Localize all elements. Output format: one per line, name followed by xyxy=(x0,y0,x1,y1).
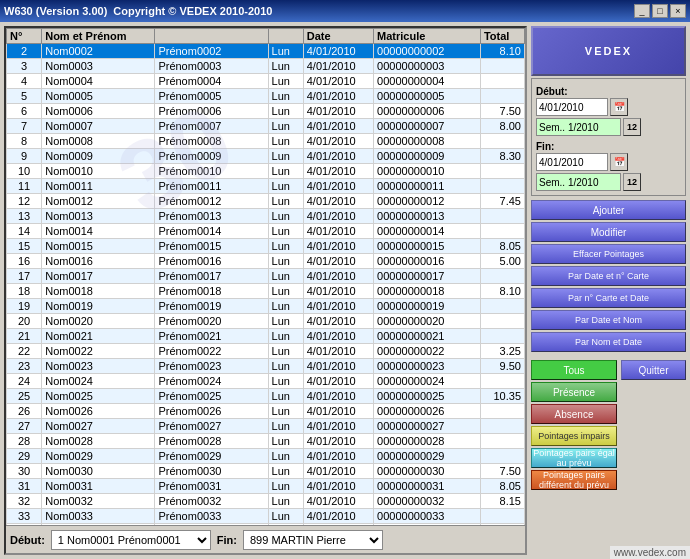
cell-prenom: Prénom0009 xyxy=(155,149,268,164)
table-row[interactable]: 26 Nom0026 Prénom0026 Lun 4/01/2010 0000… xyxy=(7,404,525,419)
cell-num: 4 xyxy=(7,74,42,89)
vedex-logo: VEDEX xyxy=(531,26,686,76)
cell-date: 4/01/2010 xyxy=(303,134,373,149)
close-button[interactable]: × xyxy=(670,4,686,18)
cell-total: 3.25 xyxy=(480,344,524,359)
cell-num: 29 xyxy=(7,449,42,464)
cell-total xyxy=(480,434,524,449)
debut-date-input[interactable] xyxy=(536,98,608,116)
table-row[interactable]: 10 Nom0010 Prénom0010 Lun 4/01/2010 0000… xyxy=(7,164,525,179)
maximize-button[interactable]: □ xyxy=(652,4,668,18)
table-row[interactable]: 22 Nom0022 Prénom0022 Lun 4/01/2010 0000… xyxy=(7,344,525,359)
table-row[interactable]: 16 Nom0016 Prénom0016 Lun 4/01/2010 0000… xyxy=(7,254,525,269)
debut-calendar-button[interactable]: 📅 xyxy=(610,98,628,116)
bottom-debut-select[interactable]: 1 Nom0001 Prénom0001 xyxy=(51,530,211,550)
cell-nom: Nom0024 xyxy=(42,374,155,389)
fin-sem-input[interactable] xyxy=(536,173,621,191)
table-row[interactable]: 4 Nom0004 Prénom0004 Lun 4/01/2010 00000… xyxy=(7,74,525,89)
cell-day: Lun xyxy=(268,239,303,254)
cell-mat: 00000000023 xyxy=(374,359,481,374)
table-row[interactable]: 15 Nom0015 Prénom0015 Lun 4/01/2010 0000… xyxy=(7,239,525,254)
pointages-impairs-button[interactable]: Pointages impairs xyxy=(531,426,617,446)
par-date-nom-button[interactable]: Par Date et Nom xyxy=(531,310,686,330)
table-row[interactable]: 30 Nom0030 Prénom0030 Lun 4/01/2010 0000… xyxy=(7,464,525,479)
cell-num: 27 xyxy=(7,419,42,434)
table-row[interactable]: 21 Nom0021 Prénom0021 Lun 4/01/2010 0000… xyxy=(7,329,525,344)
table-row[interactable]: 18 Nom0018 Prénom0018 Lun 4/01/2010 0000… xyxy=(7,284,525,299)
quitter-button[interactable]: Quitter xyxy=(621,360,686,380)
debut-sem-button[interactable]: 12 xyxy=(623,118,641,136)
cell-prenom: Prénom0024 xyxy=(155,374,268,389)
table-row[interactable]: 5 Nom0005 Prénom0005 Lun 4/01/2010 00000… xyxy=(7,89,525,104)
fin-sem-button[interactable]: 12 xyxy=(623,173,641,191)
cell-day: Lun xyxy=(268,59,303,74)
table-row[interactable]: 23 Nom0023 Prénom0023 Lun 4/01/2010 0000… xyxy=(7,359,525,374)
cell-mat: 00000000002 xyxy=(374,44,481,59)
cell-nom: Nom0032 xyxy=(42,494,155,509)
cell-prenom: Prénom0015 xyxy=(155,239,268,254)
par-date-carte-button[interactable]: Par Date et n° Carte xyxy=(531,266,686,286)
bottom-fin-select[interactable]: 899 MARTIN Pierre xyxy=(243,530,383,550)
table-row[interactable]: 14 Nom0014 Prénom0014 Lun 4/01/2010 0000… xyxy=(7,224,525,239)
cell-date: 4/01/2010 xyxy=(303,74,373,89)
table-row[interactable]: 13 Nom0013 Prénom0013 Lun 4/01/2010 0000… xyxy=(7,209,525,224)
pointages-pairs-diff-button[interactable]: Pointages pairs différent du prévu xyxy=(531,470,617,490)
fin-date-input[interactable] xyxy=(536,153,608,171)
table-row[interactable]: 12 Nom0012 Prénom0012 Lun 4/01/2010 0000… xyxy=(7,194,525,209)
effacer-pointages-button[interactable]: Effacer Pointages xyxy=(531,244,686,264)
table-row[interactable]: 29 Nom0029 Prénom0029 Lun 4/01/2010 0000… xyxy=(7,449,525,464)
cell-nom: Nom0011 xyxy=(42,179,155,194)
col-header-day xyxy=(268,29,303,44)
cell-num: 15 xyxy=(7,239,42,254)
table-scroll-area[interactable]: N° Nom et Prénom Date Matricule Total 2 … xyxy=(6,28,525,525)
table-row[interactable]: 8 Nom0008 Prénom0008 Lun 4/01/2010 00000… xyxy=(7,134,525,149)
cell-date: 4/01/2010 xyxy=(303,479,373,494)
cell-prenom: Prénom0017 xyxy=(155,269,268,284)
cell-mat: 00000000024 xyxy=(374,374,481,389)
cell-prenom: Prénom0004 xyxy=(155,74,268,89)
cell-nom: Nom0030 xyxy=(42,464,155,479)
table-row[interactable]: 25 Nom0025 Prénom0025 Lun 4/01/2010 0000… xyxy=(7,389,525,404)
table-row[interactable]: 20 Nom0020 Prénom0020 Lun 4/01/2010 0000… xyxy=(7,314,525,329)
absence-button[interactable]: Absence xyxy=(531,404,617,424)
cell-prenom: Prénom0023 xyxy=(155,359,268,374)
table-row[interactable]: 3 Nom0003 Prénom0003 Lun 4/01/2010 00000… xyxy=(7,59,525,74)
bottom-debut-label: Début: xyxy=(10,534,45,546)
table-row[interactable]: 31 Nom0031 Prénom0031 Lun 4/01/2010 0000… xyxy=(7,479,525,494)
tous-button[interactable]: Tous xyxy=(531,360,617,380)
table-row[interactable]: 6 Nom0006 Prénom0006 Lun 4/01/2010 00000… xyxy=(7,104,525,119)
pointages-pairs-egal-button[interactable]: Pointages pairs égal au prévu xyxy=(531,448,617,468)
debut-sem-input[interactable] xyxy=(536,118,621,136)
presence-button[interactable]: Présence xyxy=(531,382,617,402)
par-carte-date-button[interactable]: Par n° Carte et Date xyxy=(531,288,686,308)
fin-calendar-button[interactable]: 📅 xyxy=(610,153,628,171)
table-row[interactable]: 17 Nom0017 Prénom0017 Lun 4/01/2010 0000… xyxy=(7,269,525,284)
cell-prenom: Prénom0014 xyxy=(155,224,268,239)
cell-date: 4/01/2010 xyxy=(303,254,373,269)
table-row[interactable]: 2 Nom0002 Prénom0002 Lun 4/01/2010 00000… xyxy=(7,44,525,59)
table-row[interactable]: 7 Nom0007 Prénom0007 Lun 4/01/2010 00000… xyxy=(7,119,525,134)
table-row[interactable]: 33 Nom0033 Prénom0033 Lun 4/01/2010 0000… xyxy=(7,509,525,524)
cell-num: 20 xyxy=(7,314,42,329)
cell-num: 14 xyxy=(7,224,42,239)
ajouter-button[interactable]: Ajouter xyxy=(531,200,686,220)
cell-day: Lun xyxy=(268,419,303,434)
cell-nom: Nom0022 xyxy=(42,344,155,359)
table-row[interactable]: 19 Nom0019 Prénom0019 Lun 4/01/2010 0000… xyxy=(7,299,525,314)
table-row[interactable]: 32 Nom0032 Prénom0032 Lun 4/01/2010 0000… xyxy=(7,494,525,509)
table-row[interactable]: 11 Nom0011 Prénom0011 Lun 4/01/2010 0000… xyxy=(7,179,525,194)
cell-prenom: Prénom0008 xyxy=(155,134,268,149)
par-nom-date-button[interactable]: Par Nom et Date xyxy=(531,332,686,352)
table-row[interactable]: 9 Nom0009 Prénom0009 Lun 4/01/2010 00000… xyxy=(7,149,525,164)
cell-total: 8.05 xyxy=(480,479,524,494)
cell-mat: 00000000015 xyxy=(374,239,481,254)
cell-nom: Nom0020 xyxy=(42,314,155,329)
modifier-button[interactable]: Modifier xyxy=(531,222,686,242)
cell-nom: Nom0008 xyxy=(42,134,155,149)
table-row[interactable]: 27 Nom0027 Prénom0027 Lun 4/01/2010 0000… xyxy=(7,419,525,434)
minimize-button[interactable]: _ xyxy=(634,4,650,18)
cell-date: 4/01/2010 xyxy=(303,284,373,299)
table-row[interactable]: 24 Nom0024 Prénom0024 Lun 4/01/2010 0000… xyxy=(7,374,525,389)
table-row[interactable]: 28 Nom0028 Prénom0028 Lun 4/01/2010 0000… xyxy=(7,434,525,449)
cell-date: 4/01/2010 xyxy=(303,404,373,419)
